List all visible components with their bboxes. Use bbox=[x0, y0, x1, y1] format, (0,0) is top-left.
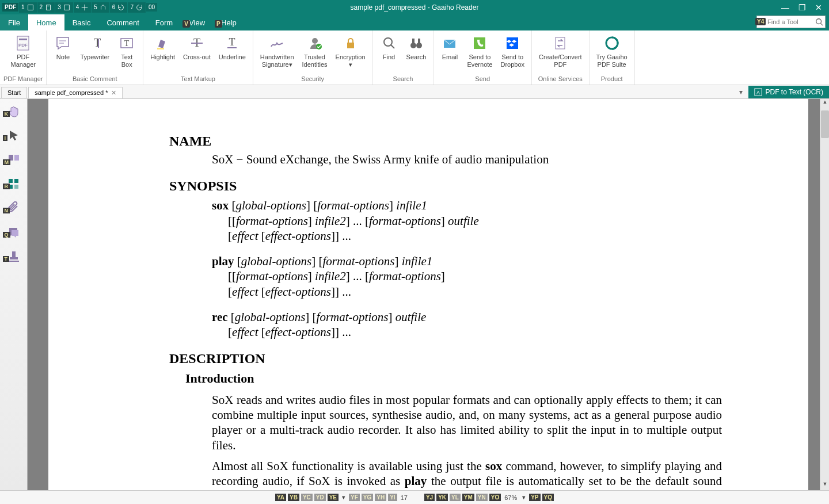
paragraph-intro-2: Almost all SoX functionality is availabl… bbox=[212, 459, 722, 490]
send-to-evernote-button[interactable]: Send toEvernote bbox=[463, 33, 496, 70]
svg-rect-24 bbox=[507, 37, 518, 49]
close-icon[interactable]: ✕ bbox=[111, 89, 116, 97]
pdf-manager-button[interactable]: PDF PDFManager bbox=[7, 33, 39, 70]
svg-rect-20 bbox=[412, 39, 414, 44]
dropdown-icon[interactable]: ▾ bbox=[340, 494, 347, 501]
encryption-button[interactable]: Encryption▾ bbox=[332, 33, 369, 70]
menu-home[interactable]: Home bbox=[28, 14, 64, 30]
hint-tag: YI bbox=[388, 494, 397, 501]
typewriter-icon: T bbox=[86, 34, 104, 52]
zoom-level: 67% bbox=[503, 494, 519, 501]
hint-tag: YD bbox=[314, 494, 326, 501]
menu-comment[interactable]: Comment bbox=[98, 14, 147, 30]
ribbon-group-label: Basic Comment bbox=[73, 75, 117, 83]
qat-item-2[interactable]: 2 bbox=[37, 2, 55, 13]
hint-tag: YN bbox=[476, 494, 488, 501]
tab-document[interactable]: sample pdf_compressed * ✕ bbox=[28, 87, 123, 98]
hand-tool-button[interactable]: K bbox=[3, 102, 24, 121]
ribbon-group-label: Search bbox=[393, 75, 413, 83]
menu-help[interactable]: HelpP bbox=[213, 14, 245, 30]
search-icon[interactable] bbox=[815, 18, 823, 26]
find-icon bbox=[380, 34, 398, 52]
text-box-icon: T bbox=[117, 34, 136, 52]
try-gaaiho-button[interactable]: Try GaaihoPDF Suite bbox=[593, 33, 631, 70]
maximize-button[interactable]: ❐ bbox=[798, 3, 806, 12]
cross-out-button[interactable]: T Cross-out bbox=[180, 33, 214, 62]
menu-file[interactable]: File bbox=[0, 14, 28, 30]
find-tool: Y4 bbox=[756, 16, 826, 28]
svg-rect-30 bbox=[14, 155, 19, 161]
hint-tag: YL bbox=[450, 494, 461, 501]
dropdown-icon[interactable]: ▾ bbox=[520, 494, 527, 501]
hint-tag: YA bbox=[275, 494, 286, 501]
svg-rect-36 bbox=[10, 257, 18, 259]
thumbnails-button[interactable]: M bbox=[3, 151, 24, 169]
menubar: File Home Basic Comment Form ViewV HelpP… bbox=[0, 14, 829, 30]
scroll-down-icon[interactable]: ▼ bbox=[821, 481, 829, 490]
text-box-button[interactable]: T TextBox bbox=[114, 33, 139, 70]
ribbon-group-text-markup: Highlight T Cross-out T Underline Text M… bbox=[143, 30, 253, 85]
window-controls: — ❐ ✕ bbox=[781, 3, 829, 12]
vertical-scrollbar[interactable]: ▲ ▼ bbox=[820, 99, 829, 490]
hint-tag: YG bbox=[362, 494, 373, 501]
select-tool-button[interactable]: I bbox=[3, 127, 24, 145]
menu-form[interactable]: Form bbox=[147, 14, 181, 30]
qat-item-00[interactable]: 00 bbox=[146, 3, 157, 12]
scrollbar-thumb[interactable] bbox=[821, 110, 829, 138]
qat-item-7[interactable]: 7 bbox=[128, 2, 146, 13]
note-button[interactable]: Note bbox=[50, 33, 75, 62]
typewriter-button[interactable]: T Typewriter bbox=[77, 33, 113, 62]
handwritten-signature-button[interactable]: HandwrittenSignature▾ bbox=[257, 33, 298, 70]
ribbon-group-product: Try GaaihoPDF Suite Product bbox=[590, 30, 635, 85]
menu-basic[interactable]: Basic bbox=[64, 14, 99, 30]
qat-item-5[interactable]: 5 bbox=[92, 2, 109, 13]
hint-tag: T bbox=[3, 256, 10, 262]
pdf-to-text-button[interactable]: A PDF to Text (OCR) bbox=[748, 86, 829, 98]
page-viewport[interactable]: NAME SoX − Sound eXchange, the Swiss Arm… bbox=[28, 99, 829, 490]
close-button[interactable]: ✕ bbox=[815, 3, 822, 12]
hint-tag: YE bbox=[328, 494, 339, 501]
bookmarks-button[interactable]: R bbox=[3, 175, 24, 193]
email-button[interactable]: Email bbox=[437, 33, 462, 62]
heading-name: NAME bbox=[169, 132, 722, 150]
minimize-button[interactable]: — bbox=[781, 3, 789, 12]
stamp-button[interactable]: T bbox=[3, 247, 24, 266]
svg-rect-16 bbox=[347, 43, 354, 48]
svg-rect-25 bbox=[556, 37, 565, 49]
send-to-dropbox-button[interactable]: Send toDropbox bbox=[497, 33, 528, 70]
heading-description: DESCRIPTION bbox=[169, 350, 722, 367]
find-button[interactable]: Find bbox=[377, 33, 402, 62]
qat-item-4[interactable]: 4 bbox=[74, 2, 92, 13]
tab-dropdown[interactable]: ▾ bbox=[736, 87, 746, 97]
lock-icon bbox=[341, 34, 360, 52]
svg-text:A: A bbox=[756, 89, 760, 95]
ribbon-group-label: PDF Manager bbox=[3, 75, 43, 83]
evernote-icon bbox=[470, 34, 489, 52]
hint-tag: R bbox=[3, 184, 10, 189]
svg-rect-31 bbox=[9, 179, 13, 183]
scroll-up-icon[interactable]: ▲ bbox=[821, 99, 829, 108]
trusted-identities-button[interactable]: TrustedIdentities bbox=[299, 33, 331, 70]
underline-button[interactable]: T Underline bbox=[215, 33, 249, 62]
attachments-button[interactable]: N bbox=[3, 199, 24, 217]
heading-synopsis: SYNOPSIS bbox=[169, 177, 722, 194]
pdf-manager-icon: PDF bbox=[14, 34, 32, 52]
hint-tag: YO bbox=[489, 494, 501, 501]
hint-tag: YM bbox=[462, 494, 474, 501]
menu-view[interactable]: ViewV bbox=[181, 14, 213, 30]
svg-text:PDF: PDF bbox=[18, 43, 28, 48]
create-convert-pdf-button[interactable]: Create/ConvertPDF bbox=[535, 33, 585, 70]
highlight-button[interactable]: Highlight bbox=[147, 33, 178, 62]
comments-button[interactable]: Q bbox=[3, 223, 24, 242]
qat-item-3[interactable]: 3 bbox=[55, 2, 73, 13]
gaaiho-icon bbox=[603, 34, 621, 52]
qat-item-6[interactable]: 6 bbox=[110, 2, 128, 13]
qat-item-1[interactable]: 1 bbox=[19, 2, 37, 13]
ribbon-group-label: Product bbox=[601, 75, 623, 83]
tab-start[interactable]: Start bbox=[1, 87, 27, 98]
name-description: SoX − Sound eXchange, the Swiss Army kni… bbox=[212, 152, 722, 167]
svg-text:T: T bbox=[94, 36, 101, 49]
svg-rect-6 bbox=[98, 39, 99, 48]
search-button[interactable]: Search bbox=[403, 33, 430, 62]
subheading-introduction: Introduction bbox=[185, 371, 722, 387]
